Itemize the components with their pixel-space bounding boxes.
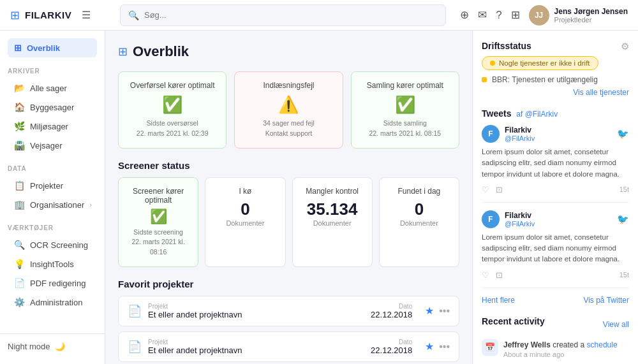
status-card-indlaesning: Indlæsningsfejl ⚠️ 34 sager med fejl Kon… (234, 71, 343, 149)
status-card-sub: Sidste oversørsel 22. marts 2021 kl. 02:… (137, 119, 209, 139)
retweet-icon[interactable]: ⊡ (496, 270, 503, 280)
tweet-name: Filarkiv (505, 211, 612, 220)
screener-card-sub-label: Dokumenter (313, 219, 352, 227)
page-header: ⊞ Overblik (118, 43, 459, 60)
tweet-item: F Filarkiv @FilArkiv 🐦 Lorem ipsum dolor… (482, 210, 629, 288)
status-card-title: Samling kører optimalt (367, 81, 443, 90)
mail-icon[interactable]: ✉ (478, 8, 487, 22)
sidebar-item-miljosager[interactable]: 🌿 Miljøsager (8, 117, 97, 136)
status-card-title: Indlæsningsfejl (263, 81, 314, 90)
sidebar-item-overblik[interactable]: ⊞ Overblik (8, 38, 97, 57)
tweet-handle: @FilArkiv (505, 135, 612, 142)
clipboard-icon: 📋 (14, 180, 25, 191)
activity-content: Jeffrey Wells created a schedule About a… (503, 339, 618, 358)
tweet-header: F Filarkiv @FilArkiv 🐦 (482, 125, 629, 143)
gear-icon[interactable]: ⚙ (621, 41, 629, 52)
screener-card-fundet: Fundet i dag 0 Dokumenter (379, 177, 459, 267)
search-icon: 🔍 (128, 10, 139, 20)
vis-paa-twitter-link[interactable]: Vis på Twitter (583, 296, 629, 305)
sidebar-item-vejsager[interactable]: 🛣️ Vejsager (8, 136, 97, 155)
org-icon: 🏢 (14, 200, 25, 210)
check-icon: ✅ (162, 95, 182, 115)
sidebar-item-label: Alle sager (30, 84, 91, 93)
user-name: Jens Jørgen Jensen (554, 7, 628, 16)
sidebar-item-alle-sager[interactable]: 📂 Alle sager (8, 78, 97, 98)
drift-link[interactable]: Vis alle tjenester (482, 88, 629, 97)
retweet-icon[interactable]: ⊡ (496, 185, 503, 194)
help-icon[interactable]: ? (496, 9, 501, 22)
doc-icon: 📄 (128, 340, 142, 354)
sidebar-item-label: Administration (30, 298, 91, 307)
screener-card-mangler: Mangler kontrol 35.134 Dokumenter (292, 177, 373, 267)
drift-item-dot (482, 77, 487, 82)
search-bar: 🔍 (120, 4, 446, 26)
sidebar-item-insighttools[interactable]: 💡 InsightTools (8, 254, 97, 273)
screener-card-title: I kø (239, 187, 251, 196)
screener-section-title: Screener status (118, 160, 459, 171)
menu-icon[interactable]: ☰ (82, 9, 91, 21)
recent-activity-section: Recent activity View all 📅 Jeffrey Wells… (482, 316, 629, 365)
drift-badge: Nogle tjenester er ikke i drift (482, 56, 598, 70)
status-card-sub: Sidste samling 22. marts 2021 kl. 08:15 (369, 119, 441, 139)
project-date-label: Dato (371, 339, 412, 346)
drift-badge-text: Nogle tjenester er ikke i drift (499, 59, 590, 67)
pdf-icon: 📄 (14, 278, 25, 288)
project-date-area: Dato 22.12.2018 (371, 339, 412, 355)
sidebar-item-pdf-redigering[interactable]: 📄 PDF redigering (8, 273, 97, 293)
sidebar-item-organisationer[interactable]: 🏢 Organisationer › (8, 195, 97, 214)
star-icon[interactable]: ★ (425, 305, 434, 317)
apps-icon[interactable]: ⊞ (511, 8, 520, 22)
status-card-samling: Samling kører optimalt ✅ Sidste samling … (351, 71, 459, 149)
tweet-text: Lorem ipsum dolor sit amet, consetetur s… (482, 147, 629, 180)
insight-icon: 💡 (14, 259, 25, 269)
drift-dot (490, 61, 495, 66)
sidebar-item-label: PDF redigering (30, 279, 91, 288)
status-card-overforsel: Overførsel kører optimalt ✅ Sidste overs… (118, 71, 226, 149)
user-area[interactable]: JJ Jens Jørgen Jensen Projektleder (529, 5, 628, 25)
add-icon[interactable]: ⊕ (460, 8, 469, 22)
screener-card-number: 0 (415, 200, 424, 219)
search-input[interactable] (144, 10, 438, 20)
sidebar-item-ocr-screening[interactable]: 🔍 OCR Screening (8, 235, 97, 254)
status-card-title: Overførsel kører optimalt (130, 81, 215, 90)
screener-card-sub: Sidste screening 22. marts 2021 kl. 08:1… (126, 228, 190, 258)
sidebar-item-label: Miljøsager (30, 122, 91, 131)
screener-card-number: 35.134 (307, 200, 358, 219)
sidebar-item-projekter[interactable]: 📋 Projekter (8, 176, 97, 195)
tweet-user: Filarkiv @FilArkiv (505, 211, 612, 228)
hent-flere-link[interactable]: Hent flere (482, 296, 515, 305)
user-info: Jens Jørgen Jensen Projektleder (554, 7, 628, 24)
arkiver-section-label: ARKIVER (8, 68, 97, 75)
sidebar-bottom: Night mode 🌙 (0, 333, 105, 359)
ocr-icon: 🔍 (14, 240, 25, 250)
star-icon[interactable]: ★ (425, 340, 434, 353)
sidebar-item-administration[interactable]: ⚙️ Administration (8, 293, 97, 312)
tweet-actions: ♡ ⊡ 15t (482, 270, 629, 280)
sidebar-item-label: InsightTools (30, 259, 91, 269)
project-date-label: Dato (371, 303, 412, 310)
like-icon[interactable]: ♡ (482, 270, 489, 280)
screener-card-number: 0 (241, 200, 249, 219)
sidebar-item-byggesager[interactable]: 🏠 Byggesager (8, 98, 97, 117)
screener-card-status: Screener kører optimalt ✅ Sidste screeni… (118, 177, 198, 267)
screener-check-icon: ✅ (150, 208, 167, 225)
more-icon[interactable]: ••• (439, 341, 450, 353)
moon-icon: 🌙 (55, 342, 65, 351)
project-row[interactable]: 📄 Projekt Et eller andet projektnavn Dat… (118, 331, 459, 362)
tweets-handle: af @FilArkiv (516, 110, 558, 119)
topbar-actions: ⊕ ✉ ? ⊞ JJ Jens Jørgen Jensen Projektled… (460, 5, 628, 25)
sidebar-item-label: Byggesager (30, 103, 91, 112)
night-mode-button[interactable]: Night mode 🌙 (8, 342, 97, 351)
view-all-link[interactable]: View all (603, 320, 629, 329)
more-icon[interactable]: ••• (439, 305, 450, 317)
project-info: Projekt Et eller andet projektnavn (148, 303, 364, 319)
admin-icon: ⚙️ (14, 297, 25, 307)
project-row[interactable]: 📄 Projekt Et eller andet projektnavn Dat… (118, 296, 459, 326)
status-cards: Overførsel kører optimalt ✅ Sidste overs… (118, 71, 459, 149)
twitter-icon: 🐦 (617, 128, 629, 140)
road-icon: 🛣️ (14, 140, 25, 150)
logo-icon: ⊞ (10, 8, 20, 22)
like-icon[interactable]: ♡ (482, 185, 489, 194)
project-label: Projekt (148, 303, 364, 310)
tweet-name: Filarkiv (505, 126, 612, 135)
